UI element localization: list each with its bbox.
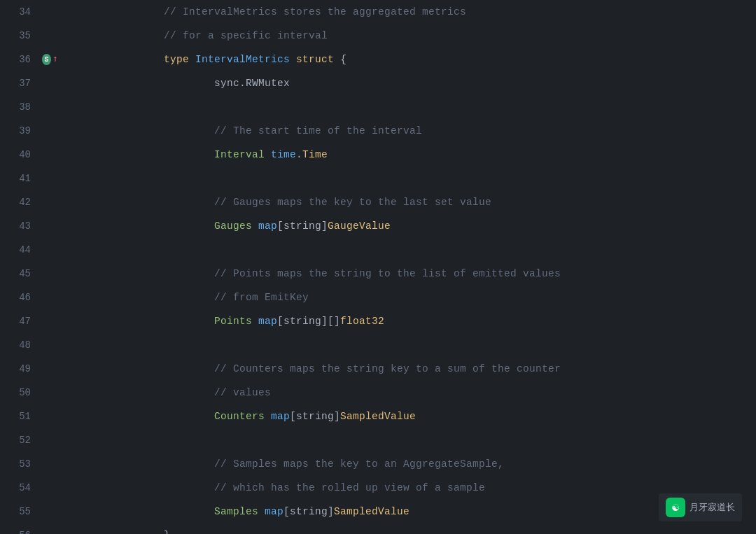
watermark-icon: ☯ xyxy=(666,498,685,517)
code-line: 40 Interval time.Time xyxy=(0,143,756,167)
code-line: 46 // from EmitKey xyxy=(0,286,756,309)
code-line: 52 xyxy=(0,428,756,452)
code-line: 45 // Points maps the string to the list… xyxy=(0,262,756,286)
line-content: // The start time of the interval xyxy=(57,125,756,136)
code-line: 44 xyxy=(0,238,756,262)
line-number: 50 xyxy=(0,387,42,398)
line-content: sync.RWMutex xyxy=(57,78,756,89)
watermark-text: 月牙寂道长 xyxy=(690,501,735,514)
line-content: } xyxy=(57,530,756,534)
line-number: 38 xyxy=(0,101,42,113)
line-content: // values xyxy=(57,387,756,398)
line-number: 37 xyxy=(0,78,42,89)
line-number: 34 xyxy=(0,6,42,17)
code-line: 34 // IntervalMetrics stores the aggrega… xyxy=(0,0,756,24)
line-number: 42 xyxy=(0,197,42,208)
line-content: // from EmitKey xyxy=(57,292,756,303)
code-line: 48 xyxy=(0,333,756,357)
code-line: 56 } xyxy=(0,524,756,534)
code-line: 43 Gauges map[string]GaugeValue xyxy=(0,214,756,238)
line-number: 52 xyxy=(0,435,42,446)
code-line: 42 // Gauges maps the key to the last se… xyxy=(0,190,756,214)
line-content: type IntervalMetrics struct { xyxy=(57,54,756,65)
code-line: 53 // Samples maps the key to an Aggrega… xyxy=(0,452,756,476)
line-number: 35 xyxy=(0,30,42,41)
line-content: Samples map[string]SampledValue xyxy=(57,506,756,517)
code-line: 55 Samples map[string]SampledValue xyxy=(0,500,756,524)
line-number: 43 xyxy=(0,220,42,232)
line-number: 45 xyxy=(0,268,42,279)
struct-icon: S xyxy=(42,54,51,65)
line-number: 49 xyxy=(0,363,42,374)
code-line: 54 // which has the rolled up view of a … xyxy=(0,476,756,500)
line-content: Points map[string][]float32 xyxy=(57,316,756,327)
line-content: // Counters maps the string key to a sum… xyxy=(57,363,756,374)
line-content: // which has the rolled up view of a sam… xyxy=(57,482,756,493)
line-number: 44 xyxy=(0,244,42,255)
watermark: ☯ 月牙寂道长 xyxy=(659,493,742,521)
code-editor: 34 // IntervalMetrics stores the aggrega… xyxy=(0,0,756,534)
line-number: 41 xyxy=(0,173,42,184)
code-line: 50 // values xyxy=(0,381,756,405)
line-number: 55 xyxy=(0,506,42,517)
line-content: Counters map[string]SampledValue xyxy=(57,411,756,422)
code-line: 47 Points map[string][]float32 xyxy=(0,309,756,333)
line-number: 46 xyxy=(0,292,42,303)
code-line: 36S↑ type IntervalMetrics struct { xyxy=(0,48,756,71)
line-content: Gauges map[string]GaugeValue xyxy=(57,220,756,232)
code-line: 35 // for a specific interval xyxy=(0,24,756,48)
code-line: 38 xyxy=(0,95,756,119)
line-number: 48 xyxy=(0,339,42,351)
line-content: // Samples maps the key to an AggregateS… xyxy=(57,458,756,470)
code-line: 39 // The start time of the interval xyxy=(0,119,756,143)
code-line: 51 Counters map[string]SampledValue xyxy=(0,405,756,428)
line-number: 54 xyxy=(0,482,42,493)
line-number: 47 xyxy=(0,316,42,327)
line-number: 40 xyxy=(0,149,42,160)
line-number: 56 xyxy=(0,530,42,534)
code-line: 49 // Counters maps the string key to a … xyxy=(0,357,756,381)
line-content: // Gauges maps the key to the last set v… xyxy=(57,197,756,208)
code-line: 37 sync.RWMutex xyxy=(0,71,756,95)
code-line: 41 xyxy=(0,167,756,190)
line-number: 39 xyxy=(0,125,42,136)
line-number: 36 xyxy=(0,54,42,65)
line-number: 51 xyxy=(0,411,42,422)
line-content: // Points maps the string to the list of… xyxy=(57,268,756,279)
line-content: Interval time.Time xyxy=(57,149,756,160)
line-content: // for a specific interval xyxy=(57,30,756,41)
line-number: 53 xyxy=(0,458,42,470)
line-indicator: S↑ xyxy=(42,54,57,65)
line-content: // IntervalMetrics stores the aggregated… xyxy=(57,6,756,17)
